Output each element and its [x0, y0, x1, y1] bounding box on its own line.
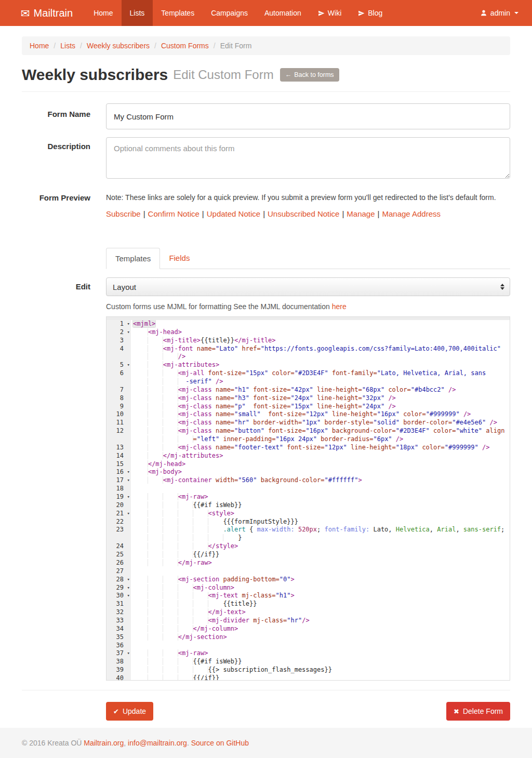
- breadcrumb-link[interactable]: Home: [30, 42, 49, 50]
- description-textarea[interactable]: [106, 137, 510, 179]
- back-to-forms-button[interactable]: ← Back to forms: [280, 68, 339, 82]
- nav-item-automation[interactable]: Automation: [256, 0, 310, 26]
- nav-item-blog[interactable]: Blog: [350, 0, 391, 26]
- form-name-label: Form Name: [22, 103, 90, 129]
- breadcrumb-current: Edit Form: [220, 42, 252, 50]
- line-number: 34: [107, 625, 131, 633]
- preview-link-updated-notice[interactable]: Updated Notice: [207, 209, 260, 218]
- editor-line[interactable]: 14 </mj-attributes>: [107, 452, 510, 460]
- fold-arrow-icon[interactable]: ▾: [127, 584, 130, 592]
- editor-line[interactable]: 27: [107, 567, 510, 576]
- editor-line[interactable]: 13 <mj-class name="footer-text" font-siz…: [107, 444, 510, 452]
- editor-line[interactable]: 34 </mj-column>: [107, 625, 510, 633]
- footer-link-source-on-github[interactable]: Source on GitHub: [191, 739, 249, 747]
- editor-line[interactable]: 40 {{/if}}: [107, 674, 510, 681]
- editor-line[interactable]: 37▾ <mj-raw>: [107, 649, 510, 658]
- fold-arrow-icon[interactable]: ▾: [127, 493, 130, 501]
- editor-line[interactable]: 5▾ <mj-attributes>: [107, 361, 510, 369]
- nav-item-label: Blog: [368, 9, 382, 17]
- nav-item-campaigns[interactable]: Campaigns: [203, 0, 256, 26]
- editor-line[interactable]: 21▾ <style>: [107, 510, 510, 518]
- editor-line[interactable]: 1▾<mjml>: [107, 320, 510, 328]
- editor-line[interactable]: 11 <mj-class name="hr" border-width="1px…: [107, 419, 510, 427]
- editor-line[interactable]: 12 <mj-class name="button" font-size="16…: [107, 427, 510, 435]
- fold-arrow-icon[interactable]: ▾: [127, 468, 130, 476]
- editor-line[interactable]: 38 {{#if isWeb}}: [107, 658, 510, 666]
- nav-item-lists[interactable]: Lists: [122, 0, 153, 26]
- user-menu[interactable]: admin: [480, 0, 518, 26]
- line-number: 36: [107, 642, 131, 650]
- editor-line[interactable]: 2▾ <mj-head>: [107, 328, 510, 337]
- tab-templates[interactable]: Templates: [106, 248, 160, 269]
- editor-line[interactable]: 31 {{title}}: [107, 600, 510, 608]
- editor-line[interactable]: }: [107, 534, 510, 542]
- editor-line[interactable]: 19▾ <mj-raw>: [107, 493, 510, 501]
- editor-line[interactable]: 28▾ <mj-section padding-bottom="0">: [107, 576, 510, 584]
- fold-arrow-icon[interactable]: ▾: [127, 361, 130, 369]
- editor-line[interactable]: 35 </mj-section>: [107, 633, 510, 642]
- preview-link-subscribe[interactable]: Subscribe: [106, 209, 141, 218]
- fold-arrow-icon[interactable]: ▾: [127, 320, 130, 328]
- line-number: 6: [107, 369, 131, 378]
- line-number: 38: [107, 658, 131, 666]
- editor-line[interactable]: 20 {{#if isWeb}}: [107, 501, 510, 510]
- line-number: 7: [107, 386, 131, 394]
- check-icon: ✔: [113, 708, 119, 715]
- fold-arrow-icon[interactable]: ▾: [127, 476, 130, 485]
- editor-line[interactable]: 17▾ <mj-container width="560" background…: [107, 476, 510, 485]
- editor-line[interactable]: 33 <mj-divider mj-class="hr"/>: [107, 617, 510, 625]
- editor-line[interactable]: 29▾ <mj-column>: [107, 584, 510, 592]
- mjml-code-editor[interactable]: 1▾<mjml>2▾ <mj-head>3 <mj-title>{{title}…: [106, 316, 510, 681]
- brand[interactable]: ✉ Mailtrain: [21, 0, 73, 26]
- nav-item-templates[interactable]: Templates: [153, 0, 203, 26]
- editor-line[interactable]: 16▾ <mj-body>: [107, 468, 510, 476]
- fold-arrow-icon[interactable]: ▾: [127, 510, 130, 518]
- edit-template-select[interactable]: Layout: [106, 277, 510, 296]
- mjml-doc-link[interactable]: here: [332, 302, 347, 311]
- editor-line[interactable]: 25 {{/if}}: [107, 551, 510, 559]
- editor-line[interactable]: 24 </style>: [107, 542, 510, 551]
- breadcrumb-link[interactable]: Lists: [60, 42, 75, 50]
- editor-line[interactable]: 23 .alert { max-width: 520px; font-famil…: [107, 526, 510, 534]
- footer-link-mailtrain-org[interactable]: Mailtrain.org: [84, 739, 124, 747]
- editor-line[interactable]: 36: [107, 642, 510, 650]
- editor-line[interactable]: />: [107, 353, 510, 361]
- editor-line[interactable]: 7 <mj-class name="h1" font-size="42px" l…: [107, 386, 510, 394]
- editor-line[interactable]: 18: [107, 485, 510, 493]
- preview-link-manage[interactable]: Manage: [347, 209, 375, 218]
- line-number: 22: [107, 518, 131, 526]
- tab-fields[interactable]: Fields: [160, 248, 198, 269]
- delete-form-button[interactable]: ✖ Delete Form: [446, 702, 510, 721]
- editor-line[interactable]: -serif" />: [107, 378, 510, 386]
- chevron-down-icon: [514, 12, 518, 14]
- nav-item-wiki[interactable]: Wiki: [310, 0, 350, 26]
- fold-arrow-icon[interactable]: ▾: [127, 592, 130, 600]
- breadcrumb-link[interactable]: Weekly subscribers: [87, 42, 150, 50]
- form-name-input[interactable]: [106, 103, 510, 129]
- line-number: [107, 534, 131, 542]
- editor-line[interactable]: 22 {{{formInputStyle}}}: [107, 518, 510, 526]
- editor-line[interactable]: 8 <mj-class name="h3" font-size="24px" l…: [107, 394, 510, 403]
- preview-link-confirm-notice[interactable]: Confirm Notice: [148, 209, 200, 218]
- preview-link-unsubscribed-notice[interactable]: Unsubscribed Notice: [268, 209, 339, 218]
- editor-line[interactable]: 26 </mj-raw>: [107, 559, 510, 567]
- breadcrumb: HomeListsWeekly subscribersCustom FormsE…: [22, 36, 510, 55]
- nav-item-home[interactable]: Home: [85, 0, 121, 26]
- editor-line[interactable]: 10 <mj-class name="small" font-size="12p…: [107, 410, 510, 419]
- editor-line[interactable]: 4 <mj-font name="Lato" href="https://fon…: [107, 345, 510, 353]
- preview-link-manage-address[interactable]: Manage Address: [382, 209, 441, 218]
- editor-line[interactable]: 15 </mj-head>: [107, 460, 510, 469]
- editor-line[interactable]: 3 <mj-title>{{title}}</mj-title>: [107, 337, 510, 345]
- editor-line[interactable]: 30▾ <mj-text mj-class="h1">: [107, 592, 510, 600]
- editor-line[interactable]: ="left" inner-padding="16px 24px" border…: [107, 435, 510, 444]
- editor-line[interactable]: 9 <mj-class name="p" font-size="15px" li…: [107, 403, 510, 411]
- editor-line[interactable]: 39 {{> subscription_flash_messages}}: [107, 666, 510, 674]
- footer-link-info-mailtrain-org[interactable]: info@mailtrain.org: [128, 739, 187, 747]
- update-button[interactable]: ✔ Update: [106, 702, 153, 721]
- editor-line[interactable]: 32 </mj-text>: [107, 608, 510, 617]
- fold-arrow-icon[interactable]: ▾: [127, 328, 130, 337]
- breadcrumb-link[interactable]: Custom Forms: [161, 42, 209, 50]
- fold-arrow-icon[interactable]: ▾: [127, 649, 130, 658]
- editor-line[interactable]: 6 <mj-all font-size="15px" color="#2D3E4…: [107, 369, 510, 378]
- fold-arrow-icon[interactable]: ▾: [127, 576, 130, 584]
